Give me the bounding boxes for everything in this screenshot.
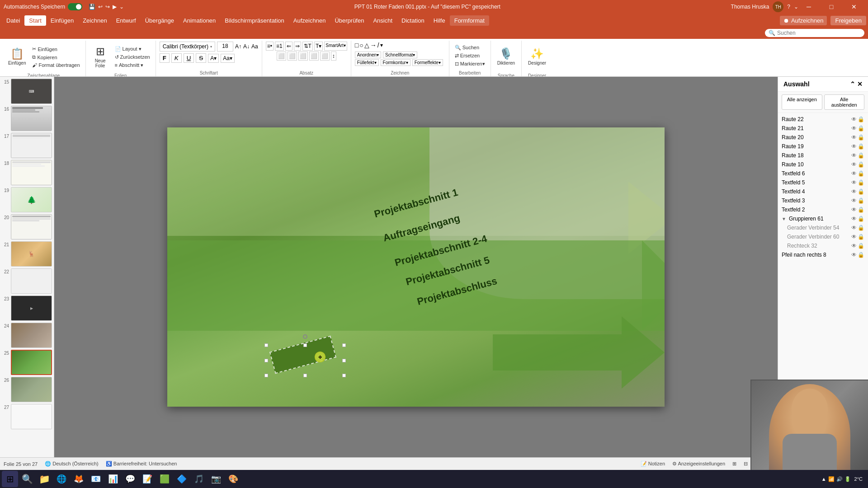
lock-icon-v60[interactable]: 🔒 <box>858 234 864 240</box>
format-transfer-button[interactable]: 🖌 Format übertragen <box>30 61 81 69</box>
eye-icon-v60[interactable]: 👁 <box>851 234 857 240</box>
shape-more[interactable]: ▾ <box>380 42 383 48</box>
lock-icon-tf6[interactable]: 🔒 <box>858 170 864 177</box>
notes-button[interactable]: 📝 Notizen <box>641 461 665 467</box>
menu-aufzeichnen[interactable]: Aufzeichnen <box>289 15 330 26</box>
increase-font-icon[interactable]: A↑ <box>235 43 241 50</box>
menu-dictation[interactable]: Dictation <box>397 15 429 26</box>
panel-item-textfeld3[interactable]: Textfeld 3 👁 🔒 <box>778 196 868 205</box>
font-size[interactable]: 18 <box>217 42 233 52</box>
menu-bildschirmpraesentation[interactable]: Bildschirmpräsentation <box>220 15 289 26</box>
handle-bl[interactable] <box>264 374 268 377</box>
select-button[interactable]: ⊡ Markieren▾ <box>453 60 487 68</box>
copy-button[interactable]: ⧉ Kopieren <box>30 53 81 61</box>
menu-formformat[interactable]: Formformat <box>450 15 489 26</box>
rotate-handle[interactable] <box>303 334 307 339</box>
menu-start[interactable]: Start <box>24 15 46 26</box>
menu-zeichnen[interactable]: Zeichnen <box>78 15 111 26</box>
handle-tr[interactable] <box>342 343 346 347</box>
slide-thumb-26[interactable]: 26 <box>2 377 52 402</box>
lock-icon-tf5[interactable]: 🔒 <box>858 179 864 186</box>
slide-thumb-15[interactable]: 15 ⌨ <box>2 79 52 104</box>
menu-hilfe[interactable]: Hilfe <box>429 15 450 26</box>
layout-button[interactable]: 📄 Layout ▾ <box>113 45 152 53</box>
taskbar-app2[interactable]: 🟩 <box>156 471 173 487</box>
designer-button[interactable]: ✨ Designer <box>525 42 549 72</box>
lock-icon-p8[interactable]: 🔒 <box>858 252 864 258</box>
col-button[interactable]: ⬜ <box>320 52 330 61</box>
slide-thumb-16[interactable]: 16 <box>2 106 52 131</box>
minimize-button[interactable]: ─ <box>798 0 819 14</box>
line-spacing-button[interactable]: ↕ <box>331 52 336 61</box>
text-highlight-button[interactable]: Aa▾ <box>221 54 235 63</box>
taskbar-edge[interactable]: 🌐 <box>53 471 70 487</box>
taskbar-files[interactable]: 📁 <box>36 471 52 487</box>
menu-datei[interactable]: Datei <box>2 15 24 26</box>
dictate-button[interactable]: 🎙️ Diktieren <box>495 42 518 72</box>
lock-icon-raute18[interactable]: 🔒 <box>858 152 864 159</box>
bold-button[interactable]: F <box>160 53 170 63</box>
font-color-button[interactable]: A▾ <box>208 54 219 63</box>
indent-left-button[interactable]: ⇐ <box>285 42 292 51</box>
tray-icons[interactable]: ▲ <box>821 476 826 482</box>
lock-icon-tf2[interactable]: 🔒 <box>858 206 864 213</box>
panel-close-icon[interactable]: ✕ <box>857 80 863 88</box>
start-button[interactable]: ⊞ <box>2 471 18 487</box>
menu-entwurf[interactable]: Entwurf <box>112 15 141 26</box>
eye-icon-tf2[interactable]: 👁 <box>851 206 857 213</box>
lock-icon-raute22[interactable]: 🔒 <box>858 116 864 122</box>
lock-icon-raute19[interactable]: 🔒 <box>858 143 864 150</box>
replace-button[interactable]: ⇄ Ersetzen <box>453 52 487 60</box>
slide-thumb-17[interactable]: 17 <box>2 133 52 158</box>
handle-tm[interactable] <box>303 343 307 347</box>
lock-icon-gr61[interactable]: 🔒 <box>858 216 864 222</box>
panel-item-textfeld6[interactable]: Textfeld 6 👁 🔒 <box>778 169 868 178</box>
handle-ml[interactable] <box>264 359 268 362</box>
italic-button[interactable]: K <box>171 53 182 63</box>
clear-format-icon[interactable]: Aa <box>251 43 258 50</box>
volume-icon[interactable]: 🔊 <box>836 476 843 482</box>
redo-icon[interactable]: ↪ <box>105 4 110 10</box>
menu-animationen[interactable]: Animationen <box>179 15 220 26</box>
share-button[interactable]: Freigeben <box>830 16 866 25</box>
eye-icon-raute18[interactable]: 👁 <box>851 152 857 159</box>
align-center-button[interactable]: ⬜ <box>288 52 297 61</box>
panel-collapse-icon[interactable]: ⌃ <box>850 80 855 88</box>
panel-item-raute21[interactable]: Raute 21 👁 🔒 <box>778 124 868 133</box>
panel-item-raute18[interactable]: Raute 18 👁 🔒 <box>778 151 868 160</box>
slide-thumb-24[interactable]: 24 <box>2 323 52 348</box>
underline-button[interactable]: U <box>184 53 194 63</box>
eye-icon-v54[interactable]: 👁 <box>851 225 857 231</box>
section-button[interactable]: ≡ Abschnitt ▾ <box>113 61 152 69</box>
text-direction-button[interactable]: ⇅T <box>302 42 313 51</box>
eye-icon-raute22[interactable]: 👁 <box>851 116 857 122</box>
find-button[interactable]: 🔍 Suchen <box>453 44 487 52</box>
panel-item-raute19[interactable]: Raute 19 👁 🔒 <box>778 142 868 151</box>
menu-ueberpruefen[interactable]: Überprüfen <box>330 15 368 26</box>
save-icon[interactable]: 💾 <box>89 4 95 10</box>
shape-tri[interactable]: △ <box>364 42 369 49</box>
eye-icon-tf4[interactable]: 👁 <box>851 188 857 195</box>
battery-icon[interactable]: 🔋 <box>844 476 851 482</box>
eye-icon-p8[interactable]: 👁 <box>851 252 857 258</box>
taskbar-app5[interactable]: 📷 <box>208 471 224 487</box>
view-slide-sorter[interactable]: ⊟ <box>744 461 748 467</box>
lock-icon-tf3[interactable]: 🔒 <box>858 197 864 204</box>
search-bar[interactable]: 🔍 <box>765 29 864 37</box>
menu-uebergaenge[interactable]: Übergänge <box>141 15 179 26</box>
eye-icon-raute10[interactable]: 👁 <box>851 161 857 168</box>
taskbar-app1[interactable]: 📝 <box>139 471 156 487</box>
ribbon-toggle-icon[interactable]: ⌄ <box>794 4 798 10</box>
panel-item-verbinder54[interactable]: Gerader Verbinder 54 👁 🔒 <box>778 223 868 232</box>
accessibility-status[interactable]: ♿ Barrierefreiheit: Untersuchen <box>106 461 177 467</box>
justify-button[interactable]: ⬜ <box>309 52 319 61</box>
slide-thumb-25[interactable]: 25 <box>2 350 52 375</box>
bullets-button[interactable]: ≡• <box>266 42 274 51</box>
text-align-button[interactable]: T▾ <box>314 42 323 51</box>
align-left-button[interactable]: ⬜ <box>277 52 286 61</box>
record-button[interactable]: ⏺ Aufzeichnen <box>780 16 827 25</box>
taskbar-mail[interactable]: 📧 <box>88 471 104 487</box>
lock-icon-tf4[interactable]: 🔒 <box>858 188 864 195</box>
outline-button[interactable]: Formkontur▾ <box>381 59 410 66</box>
search-input[interactable] <box>777 30 859 36</box>
